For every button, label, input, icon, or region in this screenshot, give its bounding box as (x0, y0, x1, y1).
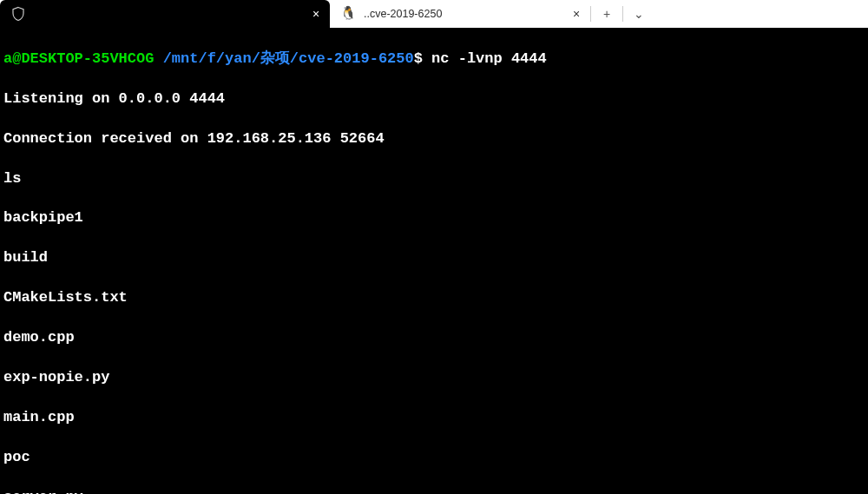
prompt-path: /mnt/f/yan/杂项/cve-2019-6250 (163, 50, 414, 67)
terminal-output-line: build (3, 248, 865, 268)
shield-icon (10, 6, 26, 22)
terminal-output-line: exp-nopie.py (3, 368, 865, 388)
tab-actions: + ⌄ (590, 0, 654, 28)
tab-title-inactive: ..cve-2019-6250 (364, 8, 562, 20)
tab-close-button[interactable]: × (309, 7, 323, 21)
prompt-command: nc -lvnp 4444 (423, 50, 547, 67)
prompt-line: a@DESKTOP-35VHCOG /mnt/f/yan/杂项/cve-2019… (3, 49, 865, 69)
terminal-output-line: Listening on 0.0.0.0 4444 (3, 89, 865, 109)
terminal-output-line: server.py (3, 488, 865, 494)
penguin-icon: 🐧 (340, 8, 357, 21)
new-tab-button[interactable]: + (591, 0, 622, 28)
terminal-output-line: demo.cpp (3, 328, 865, 348)
terminal-output-line: backpipe1 (3, 208, 865, 228)
terminal-output-line: poc (3, 448, 865, 468)
terminal-output-line: CMakeLists.txt (3, 288, 865, 308)
tab-close-button[interactable]: × (569, 7, 583, 21)
tab-dropdown-button[interactable]: ⌄ (623, 0, 654, 28)
terminal-output-line: Connection received on 192.168.25.136 52… (3, 129, 865, 149)
tab-bar: × 🐧 ..cve-2019-6250 × + ⌄ (0, 0, 868, 28)
terminal-output-line: main.cpp (3, 408, 865, 428)
prompt-user-host: a@DESKTOP-35VHCOG (3, 50, 154, 67)
tab-active[interactable]: × (0, 0, 330, 28)
tab-inactive[interactable]: 🐧 ..cve-2019-6250 × (330, 0, 590, 28)
prompt-dollar: $ (414, 50, 423, 67)
terminal-output-line: ls (3, 169, 865, 189)
terminal[interactable]: a@DESKTOP-35VHCOG /mnt/f/yan/杂项/cve-2019… (0, 28, 868, 494)
